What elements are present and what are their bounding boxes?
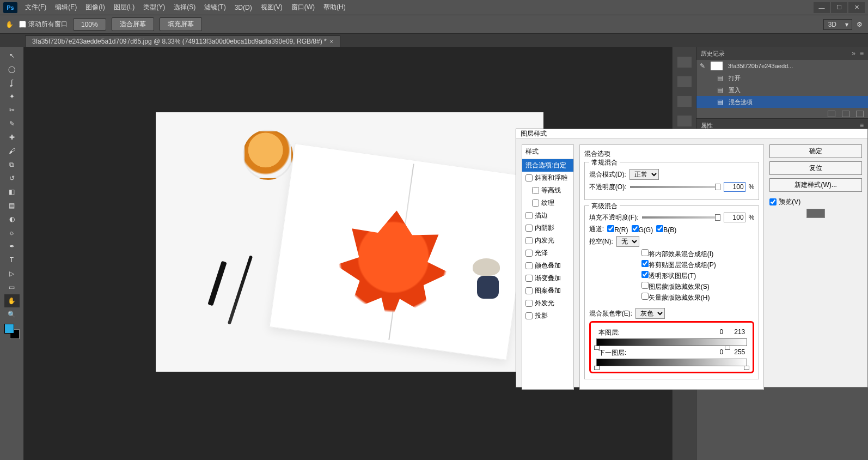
shape-tool[interactable]: ▭ (4, 281, 20, 294)
foreground-color-swatch[interactable] (4, 324, 14, 334)
fill-opacity-input[interactable] (724, 213, 745, 222)
cb-interior-effects[interactable]: 将内部效果混合成组(I) (641, 249, 754, 259)
pen-tool[interactable]: ✒ (4, 240, 20, 253)
channel-r[interactable]: R(R) (607, 225, 628, 234)
menu-select[interactable]: 选择(S) (169, 0, 200, 15)
panel-more-icon[interactable]: » (852, 50, 855, 57)
window-minimize[interactable]: — (814, 2, 830, 13)
document-tab[interactable]: 3fa35f720b7e243aedde5a1d7097d65.jpg @ 8.… (25, 35, 340, 47)
knockout-select[interactable]: 无 (616, 236, 639, 247)
menu-help[interactable]: 帮助(H) (319, 0, 350, 15)
dialog-titlebar[interactable]: 图层样式 (516, 129, 867, 139)
menu-3d[interactable]: 3D(D) (230, 0, 256, 15)
window-maximize[interactable]: ☐ (831, 2, 847, 13)
blend-if-select[interactable]: 灰色 (635, 308, 665, 319)
history-panel-header[interactable]: 历史记录 »≡ (696, 47, 868, 60)
menu-image[interactable]: 图像(I) (81, 0, 109, 15)
cancel-button[interactable]: 复位 (769, 161, 862, 175)
history-brush-tool[interactable]: ↺ (4, 172, 20, 185)
this-layer-white-stop[interactable] (725, 346, 730, 350)
stamp-tool[interactable]: ⧉ (4, 158, 20, 171)
marquee-tool[interactable]: ◯ (4, 63, 20, 76)
rail-icon-4[interactable] (677, 116, 692, 126)
style-outer-glow[interactable]: 外发光 (522, 297, 573, 310)
history-source-row[interactable]: ✎ 3fa35f720b7e243aedd... (696, 60, 868, 72)
menu-filter[interactable]: 滤镜(T) (200, 0, 230, 15)
underlying-black-stop[interactable] (594, 366, 600, 370)
styles-blending-options[interactable]: 混合选项:自定 (522, 159, 573, 172)
cb-transparency-shapes[interactable]: 透明形状图层(T) (641, 271, 754, 281)
cb-vector-mask-hides[interactable]: 矢量蒙版隐藏效果(H) (641, 293, 754, 302)
cb-clipped-layers[interactable]: 将剪贴图层混合成组(P) (641, 260, 754, 270)
new-style-button[interactable]: 新建样式(W)... (769, 178, 862, 192)
blend-mode-select[interactable]: 正常 (629, 169, 659, 180)
ok-button[interactable]: 确定 (769, 144, 862, 158)
menu-window[interactable]: 窗口(W) (287, 0, 319, 15)
menu-view[interactable]: 视图(V) (256, 0, 287, 15)
crop-tool[interactable]: ✂ (4, 104, 20, 117)
style-stroke[interactable]: 描边 (522, 209, 573, 222)
path-select-tool[interactable]: ▷ (4, 267, 20, 280)
underlying-white-stop[interactable] (744, 366, 749, 370)
zoom-100-button[interactable]: 100% (73, 19, 106, 31)
underlying-layer-gradient[interactable] (596, 359, 747, 366)
menu-type[interactable]: 类型(Y) (139, 0, 169, 15)
history-delete-icon[interactable] (856, 111, 864, 117)
opacity-slider[interactable] (630, 186, 720, 188)
blur-tool[interactable]: ◐ (4, 213, 20, 226)
style-bevel[interactable]: 斜面和浮雕 (522, 172, 573, 184)
move-tool[interactable]: ↖ (4, 49, 20, 62)
panel-menu-icon[interactable]: ≡ (860, 122, 864, 129)
style-satin[interactable]: 光泽 (522, 247, 573, 259)
history-snapshot-icon[interactable] (828, 111, 835, 117)
history-step-blending[interactable]: ▤ 混合选项 (696, 96, 868, 108)
eyedropper-tool[interactable]: ✎ (4, 117, 20, 130)
this-layer-black-stop[interactable] (594, 346, 600, 350)
window-close[interactable]: ✕ (848, 2, 865, 13)
scroll-all-windows-checkbox[interactable]: 滚动所有窗口 (19, 20, 68, 29)
channel-b[interactable]: B(B) (656, 225, 676, 234)
history-new-icon[interactable] (842, 111, 849, 117)
scroll-all-windows-input[interactable] (19, 21, 26, 28)
this-layer-gradient[interactable] (596, 338, 747, 346)
style-contour[interactable]: 等高线 (522, 184, 573, 197)
fit-screen-button[interactable]: 适合屏幕 (112, 17, 154, 31)
document-tab-close[interactable]: × (330, 39, 333, 45)
style-drop-shadow[interactable]: 投影 (522, 310, 573, 322)
style-color-overlay[interactable]: 颜色叠加 (522, 259, 573, 272)
channel-g[interactable]: G(G) (632, 225, 653, 234)
style-gradient-overlay[interactable]: 渐变叠加 (522, 272, 573, 285)
healing-tool[interactable]: ✚ (4, 131, 20, 144)
fill-opacity-slider[interactable] (642, 216, 720, 219)
layer-style-dialog[interactable]: 图层样式 样式 混合选项:自定 斜面和浮雕 等高线 纹理 描边 内阴影 内发光 … (516, 129, 868, 388)
menu-layer[interactable]: 图层(L) (109, 0, 139, 15)
zoom-tool[interactable]: 🔍 (4, 308, 20, 321)
rail-icon-1[interactable] (677, 57, 692, 68)
dodge-tool[interactable]: ☼ (4, 226, 20, 239)
history-step-place[interactable]: ▤ 置入 (696, 84, 868, 96)
menu-edit[interactable]: 编辑(E) (51, 0, 81, 15)
rail-icon-3[interactable] (677, 96, 692, 107)
panel-menu-icon[interactable]: ≡ (860, 50, 864, 57)
opacity-input[interactable] (724, 182, 745, 192)
preview-checkbox[interactable]: 预览(V) (769, 197, 800, 207)
color-swatches[interactable] (4, 324, 20, 339)
gradient-tool[interactable]: ▤ (4, 199, 20, 212)
rail-icon-2[interactable] (677, 76, 692, 87)
gear-icon[interactable]: ⚙ (857, 21, 863, 28)
cb-layer-mask-hides[interactable]: 图层蒙版隐藏效果(S) (641, 282, 754, 292)
document-canvas[interactable] (156, 112, 543, 372)
style-inner-shadow[interactable]: 内阴影 (522, 222, 573, 234)
hand-tool[interactable]: ✋ (4, 294, 20, 307)
quick-select-tool[interactable]: ✦ (4, 90, 20, 103)
lasso-tool[interactable]: ʆ (4, 76, 20, 89)
fill-screen-button[interactable]: 填充屏幕 (160, 17, 202, 31)
history-step-open[interactable]: ▤ 打开 (696, 72, 868, 84)
style-pattern-overlay[interactable]: 图案叠加 (522, 285, 573, 297)
type-tool[interactable]: T (4, 253, 20, 267)
mode-3d-dropdown[interactable]: 3D (823, 19, 852, 30)
brush-tool[interactable]: 🖌 (4, 144, 20, 158)
eraser-tool[interactable]: ◧ (4, 185, 20, 198)
style-texture[interactable]: 纹理 (522, 197, 573, 209)
style-inner-glow[interactable]: 内发光 (522, 234, 573, 247)
